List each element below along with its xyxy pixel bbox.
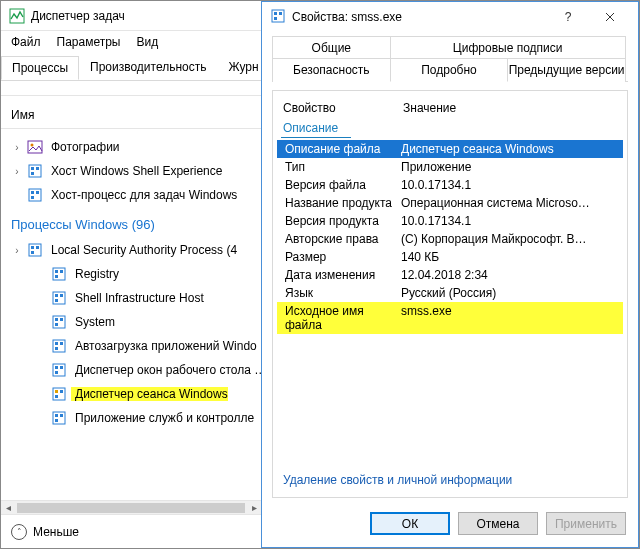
menu-view[interactable]: Вид bbox=[136, 35, 158, 49]
prop-name: Исходное имя файла bbox=[281, 304, 401, 332]
prop-headers: Свойство Значение bbox=[277, 97, 623, 119]
tab-previous[interactable]: Предыдущие версии bbox=[507, 58, 626, 82]
property-row[interactable]: Версия файла10.0.17134.1 bbox=[277, 176, 623, 194]
photos-icon bbox=[27, 139, 43, 155]
svg-rect-4 bbox=[31, 167, 34, 170]
help-button[interactable]: ? bbox=[548, 3, 588, 31]
item-label: Автозагрузка приложений Windo bbox=[71, 339, 257, 353]
property-row[interactable]: Размер140 КБ bbox=[277, 248, 623, 266]
svg-rect-37 bbox=[60, 390, 63, 393]
svg-rect-6 bbox=[31, 172, 34, 175]
col-value: Значение bbox=[403, 101, 456, 115]
process-icon bbox=[51, 338, 67, 354]
item-label: Local Security Authority Process (4 bbox=[47, 243, 237, 257]
svg-rect-18 bbox=[55, 275, 58, 278]
svg-rect-3 bbox=[29, 165, 41, 177]
prop-value: smss.exe bbox=[401, 304, 458, 332]
process-icon bbox=[51, 362, 67, 378]
col-name[interactable]: Имя bbox=[11, 108, 34, 122]
prop-value: Операционная система Microso… bbox=[401, 196, 619, 210]
apply-button[interactable]: Применить bbox=[546, 512, 626, 535]
item-label: Диспетчер окон рабочего стола … bbox=[71, 363, 266, 377]
tab-processes[interactable]: Процессы bbox=[1, 56, 79, 80]
dlg-tabs[interactable]: Общие Цифровые подписи Безопасность Подр… bbox=[272, 36, 628, 82]
svg-rect-33 bbox=[60, 366, 63, 369]
prop-value: Диспетчер сеанса Windows bbox=[401, 142, 619, 156]
item-label: Приложение служб и контролле bbox=[71, 411, 254, 425]
property-row[interactable]: Исходное имя файлаsmss.exe bbox=[277, 302, 623, 334]
process-icon bbox=[51, 410, 67, 426]
svg-rect-17 bbox=[60, 270, 63, 273]
svg-rect-28 bbox=[55, 342, 58, 345]
scroll-right-icon[interactable]: ▸ bbox=[247, 502, 261, 513]
prop-name: Размер bbox=[281, 250, 401, 264]
svg-rect-8 bbox=[31, 191, 34, 194]
prop-name: Язык bbox=[281, 286, 401, 300]
item-label: Хост-процесс для задач Windows bbox=[47, 188, 237, 202]
prop-value: Приложение bbox=[401, 160, 619, 174]
property-row[interactable]: Версия продукта10.0.17134.1 bbox=[277, 212, 623, 230]
close-icon bbox=[605, 12, 615, 22]
prop-value: 10.0.17134.1 bbox=[401, 178, 619, 192]
menu-file[interactable]: Файл bbox=[11, 35, 41, 49]
prop-name: Авторские права bbox=[281, 232, 401, 246]
svg-rect-12 bbox=[31, 246, 34, 249]
prop-value: Русский (Россия) bbox=[401, 286, 619, 300]
ok-button[interactable]: ОК bbox=[370, 512, 450, 535]
svg-rect-15 bbox=[53, 268, 65, 280]
chevron-right-icon[interactable]: › bbox=[11, 245, 23, 256]
chevron-right-icon[interactable]: › bbox=[11, 166, 23, 177]
property-row[interactable]: Дата изменения12.04.2018 2:34 bbox=[277, 266, 623, 284]
menu-options[interactable]: Параметры bbox=[57, 35, 121, 49]
cancel-button[interactable]: Отмена bbox=[458, 512, 538, 535]
col-property: Свойство bbox=[283, 101, 403, 115]
item-label: Registry bbox=[71, 267, 119, 281]
tm-title: Диспетчер задач bbox=[31, 9, 125, 23]
svg-rect-41 bbox=[60, 414, 63, 417]
property-row[interactable]: ТипПриложение bbox=[277, 158, 623, 176]
properties-dialog[interactable]: Свойства: smss.exe ? Общие Цифровые подп… bbox=[261, 1, 639, 548]
tab-performance[interactable]: Производительность bbox=[79, 55, 217, 79]
tab-security[interactable]: Безопасность bbox=[272, 58, 391, 82]
prop-value: 10.0.17134.1 bbox=[401, 214, 619, 228]
horizontal-scrollbar[interactable]: ◂ ▸ bbox=[1, 500, 261, 514]
fewer-details-label[interactable]: Меньше bbox=[33, 525, 79, 539]
process-icon bbox=[27, 163, 43, 179]
svg-rect-38 bbox=[55, 395, 58, 398]
prop-group-description: Описание bbox=[281, 121, 351, 138]
remove-properties-link[interactable]: Удаление свойств и личной информации bbox=[277, 463, 623, 491]
svg-rect-22 bbox=[55, 299, 58, 302]
prop-value: 140 КБ bbox=[401, 250, 619, 264]
property-row[interactable]: ЯзыкРусский (Россия) bbox=[277, 284, 623, 302]
details-panel: Свойство Значение Описание Описание файл… bbox=[272, 90, 628, 498]
svg-rect-11 bbox=[29, 244, 41, 256]
svg-rect-14 bbox=[31, 251, 34, 254]
tab-details[interactable]: Подробно bbox=[390, 58, 509, 82]
dlg-titlebar[interactable]: Свойства: smss.exe ? bbox=[262, 2, 638, 32]
chevron-up-icon[interactable]: ˄ bbox=[11, 524, 27, 540]
property-row[interactable]: Описание файлаДиспетчер сеанса Windows bbox=[277, 140, 623, 158]
property-row[interactable]: Название продуктаОперационная система Mi… bbox=[277, 194, 623, 212]
svg-rect-34 bbox=[55, 371, 58, 374]
scroll-thumb[interactable] bbox=[17, 503, 245, 513]
scroll-left-icon[interactable]: ◂ bbox=[1, 502, 15, 513]
chevron-right-icon[interactable]: › bbox=[11, 142, 23, 153]
property-row[interactable]: Авторские права(C) Корпорация Майкрософт… bbox=[277, 230, 623, 248]
tab-signatures[interactable]: Цифровые подписи bbox=[390, 36, 626, 59]
svg-rect-27 bbox=[53, 340, 65, 352]
tm-footer[interactable]: ˄ Меньше bbox=[1, 514, 261, 548]
svg-point-2 bbox=[31, 144, 34, 147]
svg-rect-13 bbox=[36, 246, 39, 249]
process-icon bbox=[27, 242, 43, 258]
svg-rect-36 bbox=[55, 390, 58, 393]
tab-general[interactable]: Общие bbox=[272, 36, 391, 59]
svg-rect-35 bbox=[53, 388, 65, 400]
svg-rect-32 bbox=[55, 366, 58, 369]
svg-rect-7 bbox=[29, 189, 41, 201]
svg-rect-26 bbox=[55, 323, 58, 326]
close-button[interactable] bbox=[590, 3, 630, 31]
svg-rect-45 bbox=[279, 12, 282, 15]
item-label: Хост Windows Shell Experience bbox=[47, 164, 222, 178]
taskmgr-icon bbox=[9, 8, 25, 24]
svg-rect-9 bbox=[36, 191, 39, 194]
